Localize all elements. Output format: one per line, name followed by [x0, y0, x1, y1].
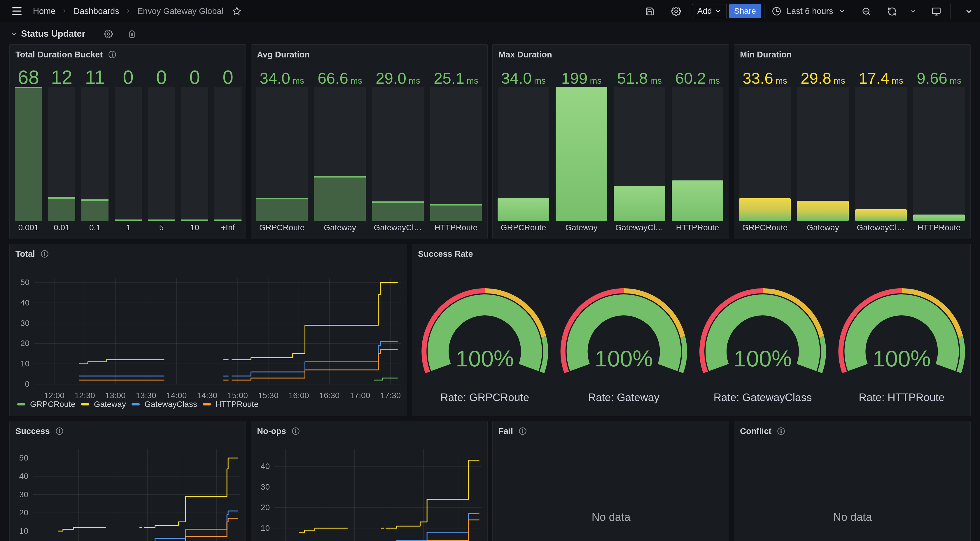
row-delete-button[interactable]	[126, 29, 138, 39]
panel-header-total-duration-bucket[interactable]: Total Duration Bucket	[16, 48, 117, 61]
chart-canvas-success[interactable]	[10, 421, 247, 541]
bar-fill	[555, 87, 607, 221]
bar-value-number: 51.8	[617, 69, 648, 87]
bar-track	[148, 87, 175, 221]
menu-button[interactable]	[9, 5, 25, 17]
bar-fill	[913, 214, 965, 221]
gauge-title-label: Rate: GRPCRoute	[421, 392, 549, 404]
legend-item-httproute[interactable]: HTTPRoute	[203, 400, 259, 409]
bar-track	[181, 87, 208, 221]
panel-header-max-duration[interactable]: Max Duration	[498, 48, 552, 61]
bar-value: 9.66ms	[910, 69, 968, 87]
bar-label: +Inf	[212, 223, 245, 232]
gauge-value-text: 100%	[710, 346, 815, 372]
series-line-gateway	[386, 460, 479, 528]
save-dashboard-button[interactable]	[643, 6, 656, 17]
zoom-out-button[interactable]	[860, 6, 873, 17]
panel-max-duration: Max Duration34.0msGRPCRoute199msGateway5…	[492, 44, 729, 239]
bar-value-unit: ms	[708, 76, 720, 86]
legend-color-dash	[132, 403, 140, 405]
bar-value: 34.0ms	[495, 69, 552, 87]
x-axis-tick-label: 14:00	[159, 391, 194, 400]
bar-value: 34.0ms	[253, 69, 311, 87]
add-button[interactable]: Add	[692, 4, 727, 18]
bar-value: 12	[45, 66, 78, 88]
bar-label-text: 5	[159, 223, 164, 232]
bar-fill	[372, 201, 424, 221]
chevron-down-icon	[11, 30, 18, 37]
bar-value-unit: ms	[650, 76, 662, 86]
bar-label-text: HTTPRoute	[918, 223, 961, 232]
info-icon	[777, 427, 786, 435]
chart-canvas-no-ops[interactable]	[251, 421, 488, 541]
bar-fill	[215, 219, 242, 221]
breadcrumb-item-envoy-gateway-global[interactable]: Envoy Gateway Global	[137, 6, 223, 16]
time-range-picker[interactable]: Last 6 hours	[772, 4, 846, 18]
panel-conflict: ConflictNo data	[734, 421, 970, 541]
panel-title-total-duration-bucket: Total Duration Bucket	[16, 50, 103, 59]
y-axis-tick-label: 30	[10, 490, 28, 499]
row-settings-button[interactable]	[103, 29, 115, 39]
panel-header-conflict[interactable]: Conflict	[740, 425, 786, 438]
bar-value-number: 11	[85, 67, 105, 88]
bar-label-text: 0.001	[18, 223, 38, 232]
bar-value-unit: ms	[293, 76, 304, 86]
panel-header-min-duration[interactable]: Min Duration	[740, 48, 792, 61]
bar-label: 5	[145, 223, 178, 232]
breadcrumb-item-dashboards[interactable]: Dashboards	[73, 6, 119, 16]
gauge-threshold-arc-green	[681, 337, 685, 372]
gauge-canvas	[412, 244, 971, 417]
legend-item-gateway[interactable]: Gateway	[81, 400, 126, 409]
panel-header-avg-duration[interactable]: Avg Duration	[257, 48, 310, 61]
tv-mode-button[interactable]	[930, 6, 943, 17]
bar-label: HTTPRoute	[910, 223, 968, 232]
save-icon	[645, 7, 654, 16]
legend-label: HTTPRoute	[216, 400, 259, 409]
legend-item-gatewayclass[interactable]: GatewayClass	[132, 400, 197, 409]
bar-value-unit: ms	[834, 76, 845, 86]
bar-value-unit: ms	[892, 76, 903, 86]
refresh-button[interactable]	[886, 6, 898, 17]
series-line-gateway	[144, 458, 238, 527]
bar-value-number: 34.0	[259, 69, 290, 87]
bar-fill	[81, 199, 108, 221]
breadcrumb-item-home[interactable]: Home	[33, 6, 56, 16]
share-button[interactable]: Share	[729, 4, 761, 18]
gauge-value-text: 100%	[571, 346, 676, 372]
bar-fill	[115, 219, 142, 221]
gauge-threshold-arc-green	[820, 337, 824, 372]
panel-title-conflict: Conflict	[740, 427, 772, 436]
bar-label-text: GatewayClass	[616, 223, 664, 232]
panel-header-fail[interactable]: Fail	[498, 425, 527, 438]
trash-icon	[128, 30, 136, 38]
legend-item-grpcroute[interactable]: GRPCRoute	[17, 400, 76, 409]
info-icon	[518, 427, 527, 435]
x-axis-tick-label: 12:00	[37, 391, 72, 400]
y-axis-tick-label: 20	[10, 508, 28, 517]
chart-legend: GRPCRouteGatewayGatewayClassHTTPRoute	[17, 400, 258, 409]
bar-fill	[314, 176, 366, 221]
bar-fill	[797, 201, 849, 221]
favorite-star-button[interactable]	[231, 6, 243, 17]
chevron-down-icon	[838, 8, 846, 14]
bar-value-unit: ms	[776, 76, 787, 86]
legend-label: GatewayClass	[145, 400, 197, 409]
y-axis-tick-label: 40	[251, 462, 270, 471]
panel-title-min-duration: Min Duration	[740, 50, 792, 59]
bar-value-unit: ms	[590, 76, 602, 86]
refresh-interval-dropdown[interactable]	[908, 6, 918, 17]
panel-success-rate: Success Rate100%Rate: GRPCRoute100%Rate:…	[412, 244, 970, 416]
row-collapse-button[interactable]: Status Updater	[11, 28, 85, 40]
legend-color-dash	[17, 403, 25, 405]
collapse-toolbar-button[interactable]	[963, 6, 975, 17]
bar-value-number: 0	[223, 67, 233, 88]
dashboard-settings-button[interactable]	[670, 6, 682, 17]
bar-value: 29.8ms	[794, 69, 852, 87]
gauge-title-label: Rate: Gateway	[560, 392, 688, 404]
series-line-gateway	[58, 528, 106, 531]
bar-value-unit: ms	[950, 76, 961, 86]
breadcrumb: HomeDashboardsEnvoy Gateway Global	[33, 0, 243, 22]
bar-label: GRPCRoute	[495, 223, 552, 232]
bar-value-number: 25.1	[434, 69, 465, 87]
bar-value-number: 0	[156, 67, 167, 88]
